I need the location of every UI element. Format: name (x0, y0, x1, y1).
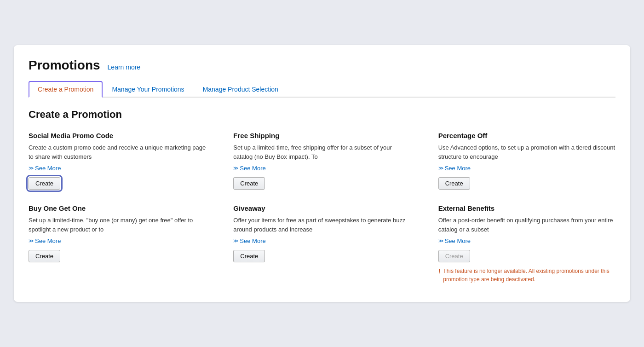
error-icon: ! (438, 267, 441, 275)
main-card: Promotions Learn more Create a Promotion… (14, 45, 630, 302)
see-more-social-media[interactable]: ≫ See More (29, 165, 206, 172)
tabs-bar: Create a Promotion Manage Your Promotion… (29, 81, 615, 98)
promo-card-free-shipping: Free Shipping Set up a limited-time, fre… (233, 132, 410, 190)
promo-desc-giveaway: Offer your items for free as part of swe… (233, 216, 410, 234)
chevron-down-icon: ≫ (233, 165, 239, 171)
learn-more-link[interactable]: Learn more (108, 64, 141, 71)
promo-title-external-benefits: External Benefits (438, 204, 615, 212)
section-title: Create a Promotion (29, 109, 615, 121)
tab-product[interactable]: Manage Product Selection (194, 81, 288, 98)
create-button-social-media[interactable]: Create (29, 177, 60, 190)
promo-card-bogo: Buy One Get One Set up a limited-time, "… (29, 204, 206, 283)
promo-desc-free-shipping: Set up a limited-time, free shipping off… (233, 143, 410, 161)
chevron-down-icon: ≫ (438, 238, 444, 244)
chevron-down-icon: ≫ (233, 238, 239, 244)
create-button-giveaway[interactable]: Create (233, 250, 265, 262)
chevron-down-icon: ≫ (29, 165, 34, 171)
create-button-free-shipping[interactable]: Create (233, 177, 265, 190)
promotions-grid: Social Media Promo Code Create a custom … (29, 132, 615, 283)
promo-title-bogo: Buy One Get One (29, 204, 206, 212)
see-more-bogo[interactable]: ≫ See More (29, 237, 206, 244)
page-title: Promotions (29, 58, 100, 73)
promo-desc-percentage-off: Use Advanced options, to set up a promot… (438, 143, 615, 161)
promo-card-external-benefits: External Benefits Offer a post-order ben… (438, 204, 615, 283)
see-more-free-shipping[interactable]: ≫ See More (233, 165, 410, 172)
promo-card-percentage-off: Percentage Off Use Advanced options, to … (438, 132, 615, 190)
create-button-bogo[interactable]: Create (29, 250, 60, 262)
error-text-external-benefits: This feature is no longer available. All… (443, 267, 615, 283)
promo-title-social-media: Social Media Promo Code (29, 132, 206, 139)
page-header: Promotions Learn more (29, 58, 615, 73)
promo-card-social-media: Social Media Promo Code Create a custom … (29, 132, 206, 190)
see-more-percentage-off[interactable]: ≫ See More (438, 165, 615, 172)
promo-title-free-shipping: Free Shipping (233, 132, 410, 139)
tab-create[interactable]: Create a Promotion (29, 81, 103, 98)
promo-desc-external-benefits: Offer a post-order benefit on qualifying… (438, 216, 615, 234)
promo-card-giveaway: Giveaway Offer your items for free as pa… (233, 204, 410, 283)
tab-manage[interactable]: Manage Your Promotions (103, 81, 193, 98)
see-more-giveaway[interactable]: ≫ See More (233, 237, 410, 244)
promo-title-giveaway: Giveaway (233, 204, 410, 212)
promo-desc-social-media: Create a custom promo code and receive a… (29, 143, 206, 161)
see-more-external-benefits[interactable]: ≫ See More (438, 237, 615, 244)
create-button-external-benefits: Create (438, 250, 470, 262)
promo-desc-bogo: Set up a limited-time, "buy one (or many… (29, 216, 206, 234)
promo-title-percentage-off: Percentage Off (438, 132, 615, 139)
chevron-down-icon: ≫ (29, 238, 34, 244)
chevron-down-icon: ≫ (438, 165, 444, 171)
error-notice-external-benefits: ! This feature is no longer available. A… (438, 267, 615, 283)
create-button-percentage-off[interactable]: Create (438, 177, 470, 190)
